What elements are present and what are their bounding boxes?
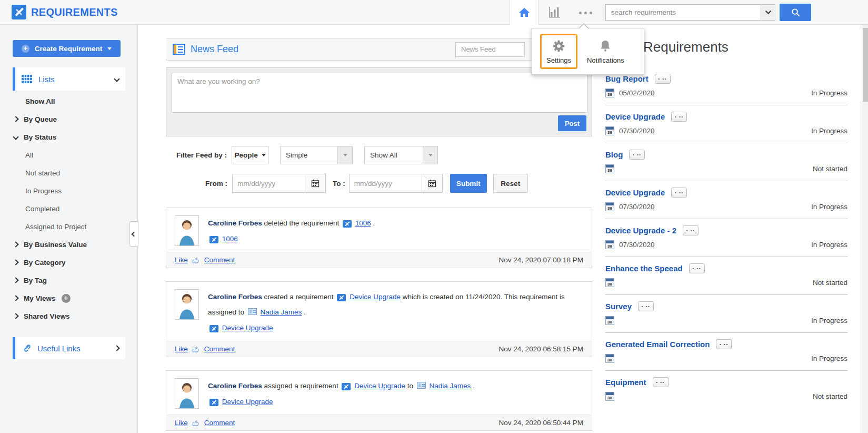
requirement-name-link[interactable]: Device Upgrade - 2 <box>605 226 676 235</box>
like-link[interactable]: Like <box>175 345 188 353</box>
person-link[interactable]: Nadia James <box>261 308 302 316</box>
sidebar-item-by-business-value[interactable]: By Business Value <box>13 235 127 253</box>
requirement-name-link[interactable]: Blog <box>605 150 623 159</box>
notifications-menu-item[interactable]: Notifications <box>587 34 624 69</box>
sidebar-item-status-not-started[interactable]: Not started <box>13 164 127 182</box>
requirement-date: 07/30/2020 <box>619 203 655 211</box>
more-options-button[interactable]: • •• <box>671 188 687 198</box>
requirements-panel-title: Requirements <box>643 39 729 55</box>
sidebar-item-by-status[interactable]: By Status <box>13 128 127 146</box>
create-requirement-button[interactable]: + Create Requirement <box>13 40 121 57</box>
compose-textarea[interactable] <box>172 73 587 113</box>
sidebar-item-status-all[interactable]: All <box>13 146 127 164</box>
sidebar-item-shared-views[interactable]: Shared Views <box>13 307 127 325</box>
attachment-link[interactable]: 1006 <box>222 235 238 243</box>
reports-button[interactable] <box>546 5 564 21</box>
feed-timestamp: Nov 24, 2020 06:50:44 PM <box>498 419 583 427</box>
status-label: Not started <box>813 279 847 287</box>
avatar <box>175 289 199 320</box>
comment-link[interactable]: Comment <box>204 419 235 427</box>
vertical-scrollbar[interactable] <box>862 25 868 433</box>
more-options-button[interactable]: • •• <box>671 112 687 122</box>
more-options-button[interactable]: • •• <box>689 263 705 273</box>
feed-type-select[interactable]: Simple <box>280 146 353 164</box>
more-menu-button[interactable] <box>575 9 596 16</box>
more-options-button[interactable]: • •• <box>638 301 654 311</box>
show-all-select[interactable]: Show All <box>364 146 438 164</box>
search-scope-dropdown[interactable] <box>761 4 775 21</box>
requirement-name-link[interactable]: Equipment <box>605 378 646 387</box>
more-options-button[interactable]: • •• <box>629 150 645 160</box>
more-menu-popup: Settings Notifications <box>532 28 644 75</box>
requirement-icon <box>209 325 218 332</box>
attachment-link[interactable]: Device Upgrade <box>222 398 273 406</box>
requirement-link[interactable]: Device Upgrade <box>350 293 401 301</box>
home-button[interactable] <box>510 0 538 25</box>
sidebar-collapse-handle[interactable] <box>129 221 138 247</box>
requirements-list: Bug Report• •• 3005/02/2020In Progress D… <box>605 67 847 408</box>
top-header: REQUIREMENTS <box>0 0 868 25</box>
useful-links-label: Useful Links <box>37 344 81 353</box>
from-calendar-button[interactable] <box>305 174 326 193</box>
select-arrow-icon <box>423 146 437 164</box>
feed-item-text: Caroline Forbes created a requirement De… <box>208 289 583 336</box>
people-dropdown-button[interactable]: People <box>232 146 268 164</box>
requirement-name-link[interactable]: Device Upgrade <box>605 112 665 121</box>
sidebar-item-by-category[interactable]: By Category <box>13 253 127 271</box>
sidebar-item-by-queue[interactable]: By Queue <box>13 110 127 128</box>
requirement-name-link[interactable]: Generated Email Correction <box>605 340 710 349</box>
person-link[interactable]: Nadia James <box>430 382 471 390</box>
chevron-right-icon <box>13 277 18 283</box>
settings-menu-item[interactable]: Settings <box>546 40 571 64</box>
like-link[interactable]: Like <box>175 419 188 427</box>
requirement-name-link[interactable]: Survey <box>605 302 632 311</box>
comment-link[interactable]: Comment <box>204 345 235 353</box>
more-options-button[interactable]: • •• <box>683 225 699 235</box>
submit-button[interactable]: Submit <box>450 174 487 193</box>
requirements-logo-icon <box>12 5 26 19</box>
chevron-right-icon <box>114 345 119 351</box>
news-feed-icon <box>173 44 185 55</box>
left-sidebar: + Create Requirement Lists Show All By Q… <box>0 25 138 433</box>
search-input[interactable] <box>605 4 761 21</box>
feed-author: Caroline Forbes <box>208 293 262 301</box>
requirement-icon <box>342 383 351 390</box>
comment-link[interactable]: Comment <box>204 256 235 264</box>
to-calendar-button[interactable] <box>422 174 443 193</box>
sidebar-item-by-tag[interactable]: By Tag <box>13 271 127 289</box>
like-link[interactable]: Like <box>175 256 188 264</box>
more-options-button[interactable]: • •• <box>655 74 671 84</box>
more-options-button[interactable]: • •• <box>716 339 732 349</box>
thumbs-up-icon <box>192 419 200 427</box>
feed-view-select[interactable]: News Feed <box>455 42 525 57</box>
status-label: In Progress <box>811 241 847 249</box>
requirement-name-link[interactable]: Enhance the Speead <box>605 264 683 273</box>
feed-item: Caroline Forbes deleted the requirement … <box>166 208 592 268</box>
requirement-link[interactable]: 1006 <box>355 219 371 227</box>
sidebar-item-status-in-progress[interactable]: In Progress <box>13 182 127 200</box>
requirement-name-link[interactable]: Device Upgrade <box>605 188 665 197</box>
sidebar-item-status-completed[interactable]: Completed <box>13 200 127 218</box>
sidebar-item-status-assigned-to-project[interactable]: Assigned to Project <box>13 218 127 235</box>
sidebar-item-my-views[interactable]: My Views+ <box>13 289 127 307</box>
reset-button[interactable]: Reset <box>493 174 528 193</box>
gear-icon <box>552 40 565 53</box>
scrollbar-thumb[interactable] <box>863 28 868 102</box>
more-options-button[interactable]: • •• <box>653 377 669 387</box>
add-view-button[interactable]: + <box>62 294 71 303</box>
to-date-input[interactable] <box>349 174 422 193</box>
feed-attachment: Device Upgrade <box>208 320 583 336</box>
requirement-link[interactable]: Device Upgrade <box>354 382 405 390</box>
sidebar-item-useful-links[interactable]: Useful Links <box>13 337 125 359</box>
search-button[interactable] <box>780 4 811 21</box>
avatar <box>175 215 199 246</box>
feed-item-footer: Like Comment Nov 24, 2020 07:00:18 PM <box>166 252 592 268</box>
chevron-right-icon <box>13 313 18 319</box>
requirement-name-link[interactable]: Bug Report <box>605 74 648 83</box>
from-date-input[interactable] <box>232 174 305 193</box>
sidebar-item-show-all[interactable]: Show All <box>13 92 127 110</box>
chevron-down-icon <box>13 134 18 140</box>
post-button[interactable]: Post <box>558 115 586 131</box>
sidebar-item-lists[interactable]: Lists <box>13 67 125 91</box>
attachment-link[interactable]: Device Upgrade <box>222 324 273 332</box>
